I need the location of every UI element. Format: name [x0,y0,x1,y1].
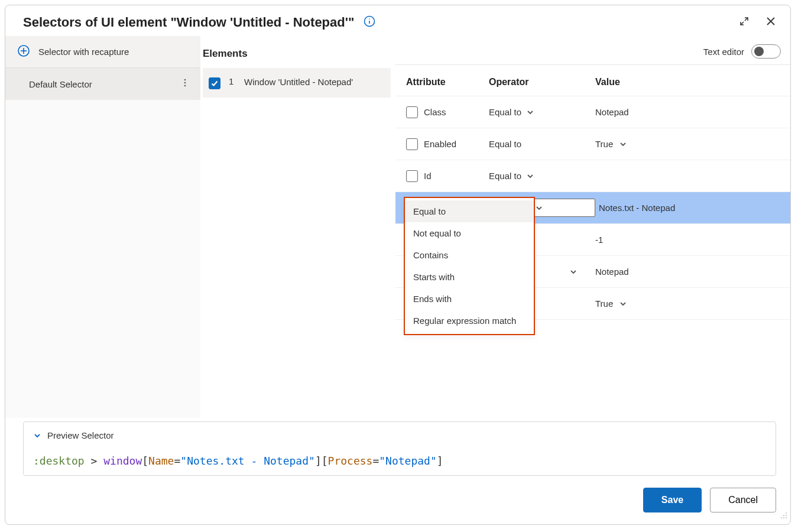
preview-selector-text: :desktop > window[Name="Notes.txt - Note… [24,449,776,475]
expand-icon[interactable] [739,17,749,28]
info-icon[interactable] [364,15,375,30]
chevron-down-icon [619,140,627,148]
dialog-footer: Save Cancel [5,476,790,524]
dialog-title: Selectors of UI element "Window 'Untitle… [23,15,354,30]
text-editor-label: Text editor [703,47,744,57]
cancel-button[interactable]: Cancel [710,488,776,512]
operator-dropdown[interactable]: Equal to [489,107,595,117]
attr-checkbox[interactable] [406,170,418,182]
svg-point-14 [781,517,782,518]
attributes-column: Text editor Attribute Operator Value Cla… [395,36,790,418]
svg-point-11 [786,512,787,514]
svg-point-13 [786,515,787,516]
selector-sidebar: Selector with recapture Default Selector [5,36,200,418]
dropdown-item-starts-with[interactable]: Starts with [405,266,534,288]
resize-grip-icon[interactable] [780,511,788,522]
attr-checkbox[interactable] [406,106,418,118]
attr-value: -1 [595,235,603,245]
attr-row-class[interactable]: Class Equal to Notepad [395,96,790,128]
element-index: 1 [229,76,236,86]
element-label: Window 'Untitled - Notepad' [244,76,353,88]
attr-value: Notepad [595,267,629,277]
value-dropdown[interactable]: True [595,139,780,149]
close-icon[interactable] [765,16,776,29]
dropdown-item-ends-with[interactable]: Ends with [405,288,534,310]
attr-checkbox[interactable] [406,138,418,150]
chevron-down-icon [526,108,534,116]
svg-point-10 [184,85,186,87]
header-operator: Operator [489,77,595,87]
attr-name: Class [424,107,446,117]
plus-circle-icon [17,44,30,60]
dialog-window: Selectors of UI element "Window 'Untitle… [5,5,791,525]
elements-column: Elements 1 Window 'Untitled - Notepad' [200,36,395,418]
chevron-down-icon [619,300,627,308]
svg-point-12 [783,515,784,516]
element-list-item[interactable]: 1 Window 'Untitled - Notepad' [203,68,391,98]
chevron-down-icon [535,204,543,212]
attr-name: Enabled [424,139,456,149]
save-button[interactable]: Save [643,488,702,512]
dropdown-item-contains[interactable]: Contains [405,244,534,266]
dropdown-item-regex[interactable]: Regular expression match [405,310,534,332]
sidebar-item-default-selector[interactable]: Default Selector [5,68,200,100]
sidebar-item-label: Default Selector [29,79,92,89]
text-editor-toggle[interactable] [751,44,781,59]
operator-dropdown-menu: Equal to Not equal to Contains Starts wi… [404,197,535,335]
attr-row-id[interactable]: Id Equal to [395,160,790,192]
operator-dropdown[interactable]: Equal to [489,139,595,149]
preview-header[interactable]: Preview Selector [24,422,776,449]
elements-header: Elements [203,48,248,60]
svg-point-8 [184,79,186,81]
attr-value: Notes.txt - Notepad [599,203,675,213]
attr-name: Id [424,171,432,181]
attributes-header-row: Attribute Operator Value [395,65,790,96]
header-attribute: Attribute [406,77,489,87]
more-vertical-icon[interactable] [177,74,193,93]
dropdown-item-not-equal-to[interactable]: Not equal to [405,222,534,244]
chevron-down-icon [569,268,578,276]
header-value: Value [595,77,780,87]
chevron-down-icon [33,432,41,440]
titlebar: Selectors of UI element "Window 'Untitle… [5,5,790,36]
preview-selector-panel: Preview Selector :desktop > window[Name=… [23,421,776,476]
chevron-down-icon [526,172,534,180]
value-dropdown[interactable]: True [595,299,780,309]
svg-point-9 [184,82,186,84]
svg-point-16 [786,517,787,518]
svg-point-15 [783,517,784,518]
svg-point-2 [369,18,371,20]
attr-value: Notepad [595,107,629,117]
dropdown-item-equal-to[interactable]: Equal to [405,200,534,222]
element-checkbox[interactable] [209,77,220,89]
operator-dropdown[interactable]: Equal to [489,171,595,181]
selector-with-recapture-button[interactable]: Selector with recapture [5,36,200,68]
recapture-label: Selector with recapture [38,47,129,57]
attr-row-enabled[interactable]: Enabled Equal to True [395,128,790,160]
